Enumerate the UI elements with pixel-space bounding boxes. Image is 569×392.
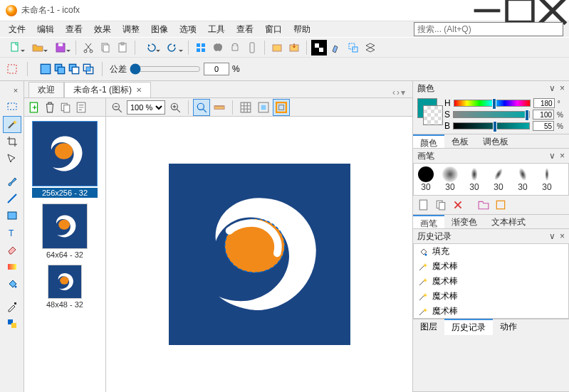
menu-options[interactable]: 选项 — [174, 22, 202, 37]
tab-swatches[interactable]: 色板 — [444, 134, 476, 148]
menu-help[interactable]: 帮助 — [288, 22, 316, 37]
checker-icon[interactable] — [311, 40, 327, 55]
gradient-tool[interactable] — [4, 259, 21, 275]
brush-preset[interactable]: 30 — [415, 166, 437, 192]
brush-del-icon[interactable] — [450, 197, 466, 213]
brush-dup-icon[interactable] — [433, 197, 449, 213]
props-size-button[interactable] — [74, 100, 88, 115]
history-item[interactable]: 魔术棒 — [414, 304, 568, 319]
layers-icon[interactable] — [362, 40, 378, 55]
delete-size-button[interactable] — [43, 100, 57, 115]
s-value[interactable] — [533, 110, 554, 120]
eraser-tool[interactable] — [4, 242, 21, 258]
search-input[interactable] — [414, 24, 563, 34]
history-list[interactable]: 填充 魔术棒 魔术棒 魔术棒 魔术棒 魔术棒 — [413, 243, 569, 319]
move-tool[interactable] — [4, 151, 21, 166]
sel-new-icon[interactable] — [39, 63, 52, 75]
paste-button[interactable] — [115, 40, 130, 55]
redo-button[interactable] — [162, 40, 184, 55]
dup-size-button[interactable] — [58, 100, 73, 115]
tab-palette[interactable]: 调色板 — [476, 134, 516, 148]
rectangle-tool[interactable] — [4, 208, 21, 223]
tab-layers[interactable]: 图层 — [413, 319, 444, 334]
close-button[interactable] — [536, 0, 569, 21]
tolerance-slider[interactable] — [130, 63, 201, 75]
brush-preset[interactable]: 30 — [464, 166, 485, 192]
brush-list[interactable]: 30 30 30 30 30 30 — [413, 163, 569, 196]
panel-close-icon[interactable]: × — [560, 231, 565, 241]
tab-welcome[interactable]: 欢迎 — [28, 82, 64, 97]
b-value[interactable] — [533, 121, 554, 131]
zoom-select[interactable]: 100 % — [127, 100, 165, 115]
selection-preset-icon[interactable] — [345, 40, 361, 55]
menu-edit[interactable]: 编辑 — [31, 22, 60, 37]
new-file-button[interactable] — [4, 40, 26, 55]
panel-collapse-icon[interactable]: ∨ — [549, 151, 555, 161]
history-item[interactable]: 魔术棒 — [414, 274, 568, 289]
background-color[interactable] — [423, 105, 443, 125]
brush-new-icon[interactable] — [416, 197, 432, 213]
menu-adjust[interactable]: 调整 — [117, 22, 145, 37]
brush-folder-icon[interactable] — [476, 197, 491, 213]
thumb-256[interactable]: 256x256 - 32 — [32, 121, 98, 198]
maximize-button[interactable] — [503, 0, 536, 21]
menu-effects[interactable]: 效果 — [88, 22, 117, 37]
tab-document[interactable]: 未命名-1 (图标)✕ — [64, 82, 151, 97]
zoom-in-button[interactable] — [167, 100, 183, 115]
brush-tool[interactable] — [4, 174, 21, 189]
rect-select-tool[interactable] — [4, 100, 21, 115]
brush-preset[interactable]: 30 — [536, 166, 558, 192]
thumb-64[interactable]: 64x64 - 32 — [42, 203, 88, 259]
brush-preset[interactable]: 30 — [512, 166, 533, 192]
import-button[interactable] — [269, 40, 285, 55]
panel-close-icon[interactable]: × — [560, 151, 565, 161]
canvas[interactable] — [106, 117, 412, 392]
search-box[interactable] — [414, 22, 563, 36]
tab-textstyle[interactable]: 文本样式 — [484, 215, 533, 228]
zoom-out-button[interactable] — [109, 100, 125, 115]
tab-gradient[interactable]: 渐变色 — [444, 215, 484, 228]
sel-add-icon[interactable] — [53, 63, 66, 75]
menu-tools[interactable]: 工具 — [202, 22, 231, 37]
tab-prev-icon[interactable]: ‹ — [392, 88, 395, 97]
apple-icon[interactable] — [210, 40, 226, 55]
guides-toggle[interactable] — [256, 100, 271, 115]
cut-button[interactable] — [80, 40, 96, 55]
magic-wand-tool[interactable] — [4, 117, 21, 132]
sel-sub-icon[interactable] — [68, 63, 80, 75]
undo-button[interactable] — [140, 40, 161, 55]
eyedropper-tool[interactable] — [4, 299, 21, 314]
tab-color[interactable]: 颜色 — [413, 134, 444, 148]
history-item[interactable]: 魔术棒 — [414, 289, 568, 304]
brush-save-icon[interactable] — [493, 197, 508, 213]
tab-actions[interactable]: 动作 — [493, 319, 524, 334]
menu-view2[interactable]: 查看 — [231, 22, 259, 37]
zoom-tool-button[interactable] — [194, 100, 209, 115]
minimize-button[interactable] — [471, 0, 503, 21]
frame-toggle[interactable] — [273, 100, 289, 115]
android-icon[interactable] — [227, 40, 243, 55]
menu-window[interactable]: 窗口 — [259, 22, 288, 37]
open-file-button[interactable] — [27, 40, 48, 55]
mobile-icon[interactable] — [244, 40, 260, 55]
save-button[interactable] — [50, 40, 71, 55]
color-swap-tool[interactable] — [4, 316, 21, 332]
tab-close-icon[interactable]: ✕ — [136, 86, 142, 94]
menu-file[interactable]: 文件 — [3, 22, 31, 37]
thumb-48[interactable]: 48x48 - 32 — [46, 265, 83, 309]
sel-intersect-icon[interactable] — [82, 63, 95, 75]
tolerance-value[interactable] — [204, 63, 229, 75]
panel-collapse-icon[interactable]: ∨ — [549, 231, 555, 241]
panel-close-icon[interactable]: × — [560, 83, 565, 93]
brush-preset[interactable]: 30 — [439, 166, 461, 192]
line-tool[interactable] — [4, 191, 21, 206]
brush-preset[interactable]: 30 — [488, 166, 509, 192]
history-item[interactable]: 填充 — [414, 244, 568, 259]
tab-brush[interactable]: 画笔 — [413, 215, 444, 228]
s-slider[interactable] — [453, 111, 530, 118]
tab-menu-icon[interactable]: ▾ — [401, 88, 405, 97]
copy-button[interactable] — [98, 40, 113, 55]
bucket-tool[interactable] — [4, 276, 21, 292]
h-slider[interactable] — [454, 100, 531, 107]
tab-history[interactable]: 历史记录 — [444, 319, 493, 335]
